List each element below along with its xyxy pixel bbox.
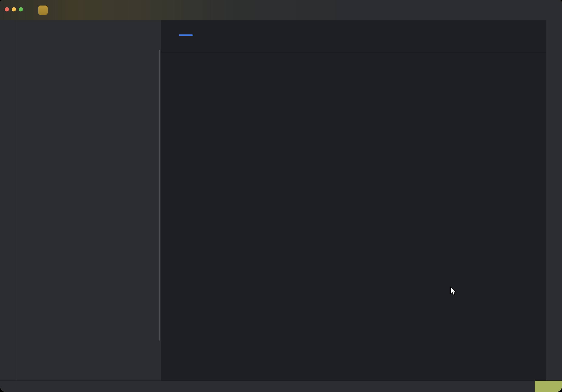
branch-widget[interactable]: [102, 0, 107, 20]
project-tree: [17, 37, 161, 380]
window-controls: [5, 7, 23, 12]
project-panel-header[interactable]: [17, 20, 161, 36]
maximize-window-button[interactable]: [19, 7, 23, 12]
project-tool-window: [17, 20, 161, 380]
title-bar: [0, 0, 562, 20]
code-editor[interactable]: [161, 53, 546, 380]
run-button[interactable]: [432, 6, 441, 15]
minimize-window-button[interactable]: [12, 7, 16, 12]
project-widget[interactable]: [38, 0, 53, 20]
ide-window: [0, 0, 562, 392]
sticky-line-class-declaration[interactable]: [161, 36, 546, 52]
tab-javabackendapplication[interactable]: [163, 20, 177, 36]
error-stripe: [539, 20, 546, 380]
project-avatar: [38, 6, 48, 15]
editor-area: [161, 20, 546, 380]
more-actions-icon[interactable]: [462, 6, 471, 15]
debug-button[interactable]: [447, 6, 456, 15]
right-tool-window-bar: [546, 20, 562, 380]
vim-mode-badge[interactable]: [535, 381, 562, 392]
left-tool-window-bar: [0, 20, 17, 380]
tree-scrollbar[interactable]: [159, 50, 160, 341]
tab-productcontroller[interactable]: [177, 20, 195, 36]
editor-tab-bar: [161, 20, 546, 36]
main-area: [0, 20, 562, 380]
run-configuration-widget[interactable]: [348, 0, 353, 20]
close-window-button[interactable]: [5, 7, 9, 12]
status-bar: [0, 380, 562, 392]
